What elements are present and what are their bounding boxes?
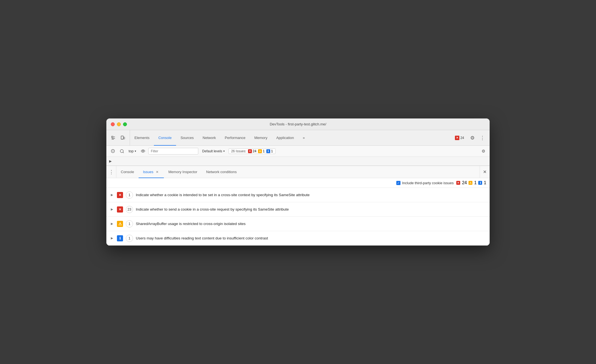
svg-point-6 xyxy=(122,138,122,139)
close-button[interactable] xyxy=(111,122,115,126)
info-icon-small: ℹ xyxy=(266,149,270,153)
levels-label: Default levels xyxy=(202,149,222,153)
issue-description: Indicate whether to send a cookie in a c… xyxy=(136,207,485,211)
issue-count-badge: 23 xyxy=(126,206,133,213)
warning-indicator: ⚠ 1 xyxy=(258,149,265,153)
maximize-button[interactable] xyxy=(123,122,127,126)
issues-label: 26 Issues: xyxy=(231,149,246,153)
issue-warning-icon: ⚠ xyxy=(117,221,123,227)
tab-sources[interactable]: Sources xyxy=(176,130,198,146)
issues-warning-count: 1 xyxy=(474,180,477,185)
title-bar: DevTools - first-party-test.glitch.me/ xyxy=(106,118,490,130)
issues-error-count: 24 xyxy=(462,180,467,185)
issues-warning-icon: ⚠ xyxy=(469,181,472,185)
nav-tabs: Elements Console Sources Network Perform… xyxy=(130,130,449,145)
toolbar-icons xyxy=(106,130,130,145)
table-row[interactable]: ▶ ✕ 23 Indicate whether to send a cookie… xyxy=(106,202,490,217)
expand-row: ▶ xyxy=(106,157,490,166)
svg-rect-0 xyxy=(112,136,113,138)
issue-error-icon: ✕ xyxy=(117,206,123,213)
clear-console-button[interactable] xyxy=(109,148,116,155)
context-selector[interactable]: top ▾ xyxy=(127,148,138,154)
tab-memory[interactable]: Memory xyxy=(250,130,272,146)
issues-badge-button[interactable]: ✕ 24 xyxy=(453,135,466,141)
info-indicator: ℹ 1 xyxy=(266,149,273,153)
context-label: top xyxy=(129,149,134,153)
device-toolbar-button[interactable] xyxy=(119,134,127,142)
third-party-checkbox[interactable]: ✓ xyxy=(396,181,400,185)
table-row[interactable]: ▶ ⚠ 1 SharedArrayBuffer usage is restric… xyxy=(106,217,490,231)
tab-spacer xyxy=(241,166,480,178)
tab-issues-close-button[interactable]: ✕ xyxy=(155,170,159,174)
issues-toolbar: ✓ Include third-party cookie issues ✕ 24… xyxy=(106,178,490,188)
third-party-label-text: Include third-party cookie issues xyxy=(402,181,454,185)
issues-count-summary: ✕ 24 ⚠ 1 ℹ 1 xyxy=(456,180,486,185)
svg-point-11 xyxy=(142,151,144,152)
issues-error-icon: ✕ xyxy=(456,181,460,185)
expand-arrow[interactable]: ▶ xyxy=(109,159,112,163)
tab-performance[interactable]: Performance xyxy=(220,130,250,146)
error-indicator: ✕ 24 xyxy=(248,149,256,153)
log-levels-button[interactable]: Default levels ▾ xyxy=(200,149,227,154)
console-toolbar: top ▾ Default levels ▾ 26 Issues: ✕ 24 ⚠… xyxy=(106,146,490,157)
tab-console-bottom[interactable]: Console xyxy=(116,166,139,178)
tab-network-conditions-bottom[interactable]: Network conditions xyxy=(202,166,241,178)
issue-description: Users may have difficulties reading text… xyxy=(136,236,485,240)
inspect-element-button[interactable] xyxy=(109,134,117,142)
third-party-checkbox-label[interactable]: ✓ Include third-party cookie issues xyxy=(396,181,454,185)
bottom-panel: ⋮ Console Issues ✕ Memory Inspector Netw… xyxy=(106,166,490,246)
context-dropdown-icon: ▾ xyxy=(135,150,136,153)
issues-info-count: 1 xyxy=(484,180,486,185)
issues-list: ▶ ✕ 1 Indicate whether a cookie is inten… xyxy=(106,188,490,246)
tab-memory-inspector-bottom[interactable]: Memory Inspector xyxy=(164,166,202,178)
tab-application[interactable]: Application xyxy=(272,130,299,146)
traffic-lights xyxy=(111,122,127,126)
warning-count-small: 1 xyxy=(263,149,265,153)
warning-icon-small: ⚠ xyxy=(258,149,262,153)
expand-icon: ▶ xyxy=(111,193,114,197)
main-toolbar: Elements Console Sources Network Perform… xyxy=(106,130,490,146)
table-row[interactable]: ▶ ✕ 1 Indicate whether a cookie is inten… xyxy=(106,188,490,202)
bottom-tabs-bar: ⋮ Console Issues ✕ Memory Inspector Netw… xyxy=(106,166,490,178)
devtools-window: DevTools - first-party-test.glitch.me/ xyxy=(106,118,490,246)
expand-icon: ▶ xyxy=(111,222,114,226)
filter-input[interactable] xyxy=(148,148,198,155)
toolbar-right: ✕ 24 ⚙ ⋮ xyxy=(449,130,490,145)
error-count-small: 24 xyxy=(253,149,256,153)
tab-more[interactable]: » xyxy=(298,130,309,146)
bottom-tab-menu-button[interactable]: ⋮ xyxy=(106,166,116,178)
expand-icon: ▶ xyxy=(111,236,114,240)
issues-info-icon: ℹ xyxy=(478,181,482,185)
issues-indicator: 26 Issues: ✕ 24 ⚠ 1 ℹ 1 xyxy=(229,148,275,154)
console-settings-button[interactable]: ⚙ xyxy=(480,148,487,155)
error-icon-small: ✕ xyxy=(248,149,252,153)
issue-count-badge: 1 xyxy=(126,235,133,242)
issue-count-badge: 1 xyxy=(126,220,133,228)
issue-count-badge: 1 xyxy=(126,191,133,199)
error-icon: ✕ xyxy=(455,136,459,140)
info-count-small: 1 xyxy=(271,149,273,153)
tab-console[interactable]: Console xyxy=(154,130,176,146)
window-title: DevTools - first-party-test.glitch.me/ xyxy=(270,122,326,126)
table-row[interactable]: ▶ ℹ 1 Users may have difficulties readin… xyxy=(106,231,490,246)
issue-description: SharedArrayBuffer usage is restricted to… xyxy=(136,222,485,226)
filter-button[interactable] xyxy=(118,148,125,155)
tab-elements[interactable]: Elements xyxy=(130,130,154,146)
issue-error-icon: ✕ xyxy=(117,192,123,198)
tab-issues-bottom[interactable]: Issues ✕ xyxy=(139,166,164,178)
more-options-button[interactable]: ⋮ xyxy=(479,134,486,142)
svg-rect-5 xyxy=(124,137,125,139)
close-panel-button[interactable]: ✕ xyxy=(480,166,490,178)
levels-dropdown-icon: ▾ xyxy=(223,150,225,153)
tab-network[interactable]: Network xyxy=(198,130,221,146)
svg-line-10 xyxy=(123,152,124,153)
live-expressions-button[interactable] xyxy=(139,148,147,155)
settings-button[interactable]: ⚙ xyxy=(469,134,476,142)
error-count: 24 xyxy=(460,136,464,140)
issue-description: Indicate whether a cookie is intended to… xyxy=(136,193,485,197)
issue-info-icon: ℹ xyxy=(117,235,123,241)
expand-icon: ▶ xyxy=(111,208,114,211)
minimize-button[interactable] xyxy=(117,122,121,126)
